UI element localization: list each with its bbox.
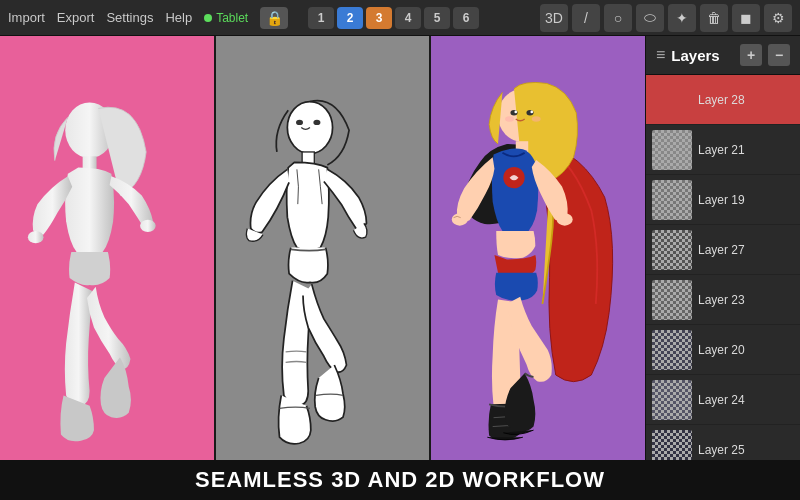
shape-icon: ◼ <box>740 10 752 26</box>
tool-settings-button[interactable]: ⚙ <box>764 4 792 32</box>
layer-thumbnail <box>652 330 692 370</box>
canvas-panel-colored[interactable] <box>431 36 645 460</box>
layer-thumbnail <box>652 280 692 320</box>
layer-name: Layer 20 <box>698 343 745 357</box>
layer-item[interactable]: Layer 20 <box>646 325 800 375</box>
top-bar: Import Export Settings Help Tablet 🔒 1 2… <box>0 0 800 36</box>
svg-point-17 <box>452 213 468 225</box>
svg-point-3 <box>140 220 156 232</box>
layers-header: ≡ Layers + − <box>646 36 800 75</box>
layer-item[interactable]: Layer 27 <box>646 225 800 275</box>
pen-icon: / <box>584 10 588 26</box>
layer-tab-1[interactable]: 1 <box>308 7 334 29</box>
tool-pen-button[interactable]: / <box>572 4 600 32</box>
menu-help[interactable]: Help <box>165 10 192 25</box>
layer-thumbnail <box>652 430 692 461</box>
layer-item[interactable]: Layer 23 <box>646 275 800 325</box>
tool-3d-button[interactable]: 3D <box>540 4 568 32</box>
canvas-panel-sketch[interactable] <box>216 36 430 460</box>
menu-export[interactable]: Export <box>57 10 95 25</box>
settings-icon: ⚙ <box>772 10 785 26</box>
svg-point-11 <box>515 111 518 114</box>
layer-thumbnail <box>652 180 692 220</box>
layer-name: Layer 23 <box>698 293 745 307</box>
layer-item[interactable]: Layer 25 <box>646 425 800 460</box>
add-layer-button[interactable]: + <box>740 44 762 66</box>
layer-thumbnail <box>652 230 692 270</box>
svg-point-12 <box>531 111 534 114</box>
tool-3d-label: 3D <box>545 10 563 26</box>
tool-eraser-button[interactable]: ⬭ <box>636 4 664 32</box>
main-area: ≡ Layers + − Layer 28 Layer 21 Layer 19 … <box>0 36 800 460</box>
layer-tab-2[interactable]: 2 <box>337 7 363 29</box>
tool-brush-button[interactable]: ○ <box>604 4 632 32</box>
layer-tab-4[interactable]: 4 <box>395 7 421 29</box>
svg-point-5 <box>296 120 303 125</box>
menu-import[interactable]: Import <box>8 10 45 25</box>
svg-point-4 <box>287 102 332 154</box>
layer-item[interactable]: Layer 19 <box>646 175 800 225</box>
bottom-bar: SEAMLESS 3D AND 2D WORKFLOW <box>0 460 800 500</box>
svg-point-13 <box>505 116 514 121</box>
layer-item[interactable]: Layer 24 <box>646 375 800 425</box>
delete-icon: 🗑 <box>707 10 721 26</box>
canvas-panel-3d[interactable] <box>0 36 214 460</box>
layer-item[interactable]: Layer 21 <box>646 125 800 175</box>
tool-shape-button[interactable]: ◼ <box>732 4 760 32</box>
layers-stack-icon: ≡ <box>656 46 665 64</box>
layers-title: Layers <box>671 47 734 64</box>
layer-thumbnail <box>652 380 692 420</box>
layer-tab-6[interactable]: 6 <box>453 7 479 29</box>
remove-layer-button[interactable]: − <box>768 44 790 66</box>
tool-icons-bar: 3D / ○ ⬭ ✦ 🗑 ◼ ⚙ <box>540 4 792 32</box>
layer-name: Layer 27 <box>698 243 745 257</box>
lock-icon: 🔒 <box>266 10 283 26</box>
layer-tabs: 1 2 3 4 5 6 <box>308 7 479 29</box>
tablet-indicator: Tablet <box>204 11 248 25</box>
layer-tab-3[interactable]: 3 <box>366 7 392 29</box>
layers-panel: ≡ Layers + − Layer 28 Layer 21 Layer 19 … <box>645 36 800 460</box>
tool-fx-button[interactable]: ✦ <box>668 4 696 32</box>
svg-point-18 <box>557 213 573 225</box>
layer-name: Layer 19 <box>698 193 745 207</box>
tablet-dot <box>204 14 212 22</box>
bottom-text: SEAMLESS 3D AND 2D WORKFLOW <box>195 467 605 493</box>
layer-name: Layer 28 <box>698 93 745 107</box>
layer-name: Layer 24 <box>698 393 745 407</box>
svg-point-14 <box>532 116 541 121</box>
layer-thumbnail <box>652 80 692 120</box>
layer-item[interactable]: Layer 28 <box>646 75 800 125</box>
fx-icon: ✦ <box>676 10 688 26</box>
menu-settings[interactable]: Settings <box>106 10 153 25</box>
svg-point-6 <box>313 120 320 125</box>
layers-list: Layer 28 Layer 21 Layer 19 Layer 27 Laye… <box>646 75 800 460</box>
brush-icon: ○ <box>614 10 622 26</box>
layer-thumbnail <box>652 130 692 170</box>
tool-delete-button[interactable]: 🗑 <box>700 4 728 32</box>
layer-name: Layer 25 <box>698 443 745 457</box>
tablet-label: Tablet <box>216 11 248 25</box>
canvas-area <box>0 36 645 460</box>
layer-name: Layer 21 <box>698 143 745 157</box>
eraser-icon: ⬭ <box>644 9 656 26</box>
lock-button[interactable]: 🔒 <box>260 7 288 29</box>
layer-tab-5[interactable]: 5 <box>424 7 450 29</box>
svg-point-2 <box>28 231 44 243</box>
